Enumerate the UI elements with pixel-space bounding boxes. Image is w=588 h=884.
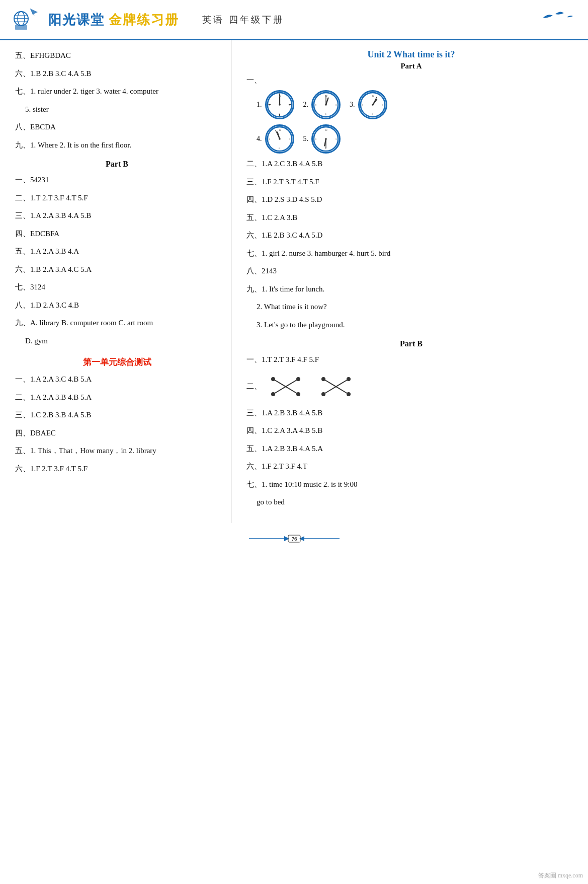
partb-title-left: Part B [15,160,219,169]
left-column: 五、EFHGBDAC 六、1.B 2.B 3.C 4.A 5.B 七、1. ru… [0,40,231,523]
section-liu: 六、1.B 2.B 3.C 4.A 5.B [15,67,219,81]
content-ba: EBCDA [30,123,56,131]
z6-content: 1.F 2.T 3.F 4.T 5.F [30,465,88,473]
content-liu: 1.B 2.B 3.C 4.A 5.B [30,69,91,78]
clock-item-3: 3. 12 6 9 3 [350,90,387,119]
rb-wu-content: 1.A 2.B 3.B 4.A 5.A [262,445,323,453]
label-ba: 八、 [15,123,30,131]
ra-liu: 六、1.E 2.B 3.C 4.A 5.D [246,229,576,242]
ra-liu-label: 六、 [246,231,262,239]
svg-point-43 [279,138,281,140]
page-header: 阳光课堂 金牌练习册 英语 四年级下册 [0,0,588,40]
pb-wu: 五、1.A 2.A 3.B 4.A [15,245,219,258]
watermark-text: 答案圈 mxqe.com [538,872,583,879]
svg-text:12: 12 [372,95,374,97]
svg-point-35 [372,104,374,106]
watermark: 答案圈 mxqe.com [538,871,583,880]
clock-item-4: 4. 12 6 9 3 [257,124,294,154]
pb-wu-content: 1.A 2.A 3.B 4.A [30,247,79,255]
rb-san-content: 1.A 2.B 3.B 4.A 5.B [262,409,322,417]
ra-jiu2-content: 2. What time is it now? [257,303,327,311]
pb-ba-label: 八、 [15,301,30,309]
z2: 二、1.A 2.A 3.B 4.B 5.A [15,391,219,404]
header-left: 阳光课堂 金牌练习册 英语 四年级下册 [10,5,284,35]
pb-jiu-a-label: 九、 [15,319,30,327]
z1-content: 1.A 2.A 3.C 4.B 5.A [30,375,92,383]
pb-si-label: 四、 [15,230,30,238]
parta-title: Part A [246,62,576,70]
right-column: Unit 2 What time is it? Part A 一、 1. [231,40,588,523]
header-subtitle: 英语 四年级下册 [202,14,284,26]
z6-label: 六、 [15,465,30,473]
rb-wu-label: 五、 [246,445,262,453]
rb-yi: 一、1.T 2.T 3.F 4.F 5.F [246,353,576,366]
ra-ba-content: 2143 [262,267,277,275]
rb-qi1: 七、1. time 10:10 music 2. is it 9:00 [246,478,576,491]
content-jiu: 1. Where 2. It is on the first floor. [30,141,131,149]
clock-num-1: 1. [257,101,262,109]
pb-si: 四、EDCBFA [15,228,219,241]
clock-item-2: 2. 12 6 9 3 [303,90,341,119]
rb-wu: 五、1.A 2.B 3.B 4.A 5.A [246,443,576,456]
content-qi2: 5. sister [25,105,49,113]
pb-liu-content: 1.B 2.A 3.A 4.C 5.A [30,265,92,273]
ra-si: 四、1.D 2.S 3.D 4.S 5.D [246,193,576,206]
ra-qi-label: 七、 [246,249,262,257]
pb-liu-label: 六、 [15,265,30,273]
rb-san-label: 三、 [246,409,262,417]
label-liu: 六、 [15,69,30,78]
label-jiu: 九、 [15,141,30,149]
ra-wu-content: 1.C 2.A 3.B [262,213,297,222]
rb-liu: 六、1.F 2.T 3.F 4.T [246,460,576,473]
rb-liu-content: 1.F 2.T 3.F 4.T [262,462,307,470]
ra-wu: 五、1.C 2.A 3.B [246,211,576,225]
ra-qi: 七、1. girl 2. nurse 3. hamburger 4. hurt … [246,247,576,260]
ra-san-content: 1.F 2.T 3.T 4.T 5.F [262,178,319,186]
rb-er-row: 二、 [246,372,576,402]
svg-point-51 [325,138,327,140]
clock-3: 12 6 9 3 [358,90,387,119]
section-jiu: 九、1. Where 2. It is on the first floor. [15,139,219,152]
section-wu: 五、EFHGBDAC [15,49,219,62]
rb-san: 三、1.A 2.B 3.B 4.A 5.B [246,407,576,420]
section-qi: 七、1. ruler under 2. tiger 3. water 4. co… [15,85,219,98]
pb-ba-content: 1.D 2.A 3.C 4.B [30,301,79,309]
pb-qi-label: 七、 [15,283,30,291]
clock-1: 12 6 9 3 [265,90,294,119]
ra-er-content: 1.A 2.C 3.B 4.A 5.B [262,160,322,168]
clock-num-3: 3. [350,101,355,109]
ra-qi-content: 1. girl 2. nurse 3. hamburger 4. hurt 5.… [262,249,390,257]
svg-point-19 [279,104,281,106]
section-ba: 八、EBCDA [15,121,219,134]
z6: 六、1.F 2.T 3.F 4.T 5.F [15,463,219,476]
pb-si-content: EDCBFA [30,230,59,238]
clock-num-5: 5. [303,135,309,143]
ra-si-label: 四、 [246,195,262,203]
svg-text:12: 12 [325,129,327,131]
rb-qi1-content: 1. time 10:10 music 2. is it 9:00 [262,480,357,488]
pb-jiu-a-content: A. library B. computer room C. art room [30,319,153,327]
pb-er-content: 1.T 2.T 3.F 4.T 5.F [30,194,88,202]
section-qi2: 5. sister [25,103,219,116]
pb-er: 二、1.T 2.T 3.F 4.T 5.F [15,192,219,205]
rb-er-label: 二、 [246,382,262,391]
rb-qi2: go to bed [257,496,576,509]
clock-num-2: 2. [303,101,309,109]
rb-si-label: 四、 [246,426,262,434]
ra-jiu1: 九、1. It's time for lunch. [246,283,576,296]
label-wu: 五、 [15,51,30,59]
clock-4: 12 6 9 3 [265,124,294,154]
match-diagram-1 [266,372,306,402]
pb-san-content: 1.A 2.A 3.B 4.A 5.B [30,211,91,219]
z1-label: 一、 [15,375,30,383]
clock-item-1: 1. 12 6 9 3 [257,90,294,119]
svg-text:12: 12 [279,129,281,131]
clock-item-5: 5. 12 6 9 3 [303,124,341,154]
z3: 三、1.C 2.B 3.B 4.A 5.B [15,409,219,422]
header-title2: 金牌练习册 [109,11,179,29]
rb-yi-content: 1.T 2.T 3.F 4.F 5.F [262,355,319,363]
ra-san: 三、1.F 2.T 3.T 4.T 5.F [246,176,576,189]
pb-yi: 一、54231 [15,174,219,187]
pb-jiu-b-content: D. gym [25,337,48,345]
pb-yi-label: 一、 [15,176,30,184]
